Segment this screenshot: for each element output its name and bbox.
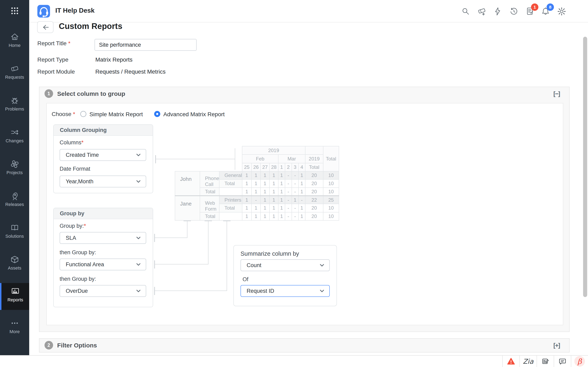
sidebar-item-home[interactable]: Home <box>0 29 29 55</box>
value-cell: 1 <box>251 171 260 179</box>
footer-bar: Ziaβ <box>0 355 588 367</box>
grand-total-header: Total <box>323 146 339 171</box>
notifications-icon[interactable]: 8 <box>541 7 550 16</box>
sidebar-item-projects[interactable]: Projects <box>0 156 29 183</box>
report-title-label: Report Title * <box>37 40 70 47</box>
group-by-dropdown[interactable]: SLA <box>60 232 146 244</box>
sidebar-item-solutions[interactable]: Solutions <box>0 219 29 246</box>
connector-line <box>154 287 155 295</box>
connector-line <box>155 291 227 291</box>
home-icon <box>10 32 19 42</box>
connector-line <box>154 260 155 268</box>
value-cell: 1 <box>278 179 285 188</box>
column-grouping-title: Column Grouping <box>54 125 153 136</box>
table-row: JohnPhone CallGeneral11111--12010 <box>175 171 339 179</box>
then-group-by-dropdown-2[interactable]: OverDue <box>60 285 146 297</box>
value-cell: - <box>298 196 305 204</box>
report-type-value: Matrix Reports <box>95 57 132 63</box>
back-button[interactable] <box>37 21 53 33</box>
grand-total-cell: 25 <box>323 196 339 204</box>
alert-icon[interactable] <box>502 356 519 367</box>
choose-label: Choose * <box>52 111 75 117</box>
quick-actions-icon[interactable] <box>493 7 502 16</box>
value-cell: - <box>285 179 292 188</box>
report-title-input[interactable] <box>95 39 197 51</box>
year-total-header: 2019 <box>305 155 323 163</box>
value-cell: 1 <box>260 179 269 188</box>
value-cell: 1 <box>251 188 260 196</box>
columns-dropdown[interactable]: Created Time <box>60 149 146 161</box>
value-cell: - <box>285 171 292 179</box>
section1-title: Select column to group <box>57 90 125 97</box>
sidebar-item-changes[interactable]: Changes <box>0 124 29 151</box>
value-cell: 1 <box>298 171 305 179</box>
chat-icon[interactable] <box>554 356 571 367</box>
of-label: Of <box>242 276 249 283</box>
app-logo-headset-icon[interactable] <box>37 5 50 17</box>
sidebar-item-reports[interactable]: Reports <box>0 283 29 310</box>
table-cell <box>175 155 242 163</box>
radio-advanced-matrix-report[interactable] <box>154 111 160 117</box>
table-cell <box>175 163 242 171</box>
value-cell: 1 <box>269 212 278 220</box>
value-cell: 1 <box>251 179 260 188</box>
then-group-by-dropdown-1[interactable]: Functional Area <box>60 259 146 270</box>
summarize-of-dropdown[interactable]: Request ID <box>241 285 330 297</box>
connector-line <box>155 264 208 264</box>
chevron-down-icon <box>136 262 141 267</box>
value-cell: 1 <box>298 179 305 188</box>
report-module-label: Report Module <box>37 68 75 75</box>
year-total-sub-header: Total <box>305 163 323 171</box>
value-cell: - <box>285 196 292 204</box>
section1-number-badge: 1 <box>44 89 53 98</box>
history-icon[interactable] <box>509 7 519 16</box>
reports-icon <box>11 287 20 296</box>
search-icon[interactable] <box>461 7 470 16</box>
feedback-icon[interactable] <box>536 356 554 367</box>
settings-icon[interactable] <box>557 7 566 16</box>
vertical-scrollbar[interactable] <box>583 37 587 297</box>
value-cell: 1 <box>251 212 260 220</box>
year-total-cell: 20 <box>305 188 323 196</box>
radio-advanced-label[interactable]: Advanced Matrix Report <box>163 111 225 118</box>
grand-total-cell: 10 <box>323 171 339 179</box>
section2-expand-icon[interactable]: [+] <box>553 342 560 349</box>
row-label-cell: Total <box>219 179 242 188</box>
chevron-down-icon <box>136 235 141 241</box>
radio-simple-label[interactable]: Simple Matrix Report <box>89 111 143 118</box>
sidebar-item-more[interactable]: More <box>0 315 29 342</box>
then-group-by-label-1: then Group by: <box>60 249 96 256</box>
zia-icon[interactable]: Zia <box>519 356 536 367</box>
sidebar-item-releases[interactable]: Releases <box>0 188 29 215</box>
apps-grid-icon[interactable] <box>10 6 19 16</box>
sidebar-item-assets[interactable]: Assets <box>0 251 29 278</box>
changes-icon <box>10 128 19 137</box>
table-cell <box>305 146 323 155</box>
problems-icon <box>10 96 19 105</box>
date-header: 2 <box>285 163 292 171</box>
empty-cell <box>219 212 242 220</box>
sidebar-item-requests[interactable]: Requests <box>0 60 29 87</box>
group-total-label-cell: Total <box>200 212 219 220</box>
radio-simple-matrix-report[interactable] <box>80 111 86 117</box>
sidebar-item-label: Releases <box>0 202 29 207</box>
back-arrow-icon <box>41 23 49 31</box>
section1-collapse-icon[interactable]: [−] <box>553 90 560 97</box>
grand-total-cell: 10 <box>323 204 339 212</box>
tasks-icon[interactable]: 1 <box>525 7 535 16</box>
sidebar-item-label: Requests <box>0 75 29 80</box>
topbar: IT Help Desk 18 <box>29 0 588 22</box>
connector-line <box>154 234 155 242</box>
connector-line <box>187 221 187 238</box>
sidebar-item-problems[interactable]: Problems <box>0 92 29 119</box>
value-cell: 1 <box>260 204 269 212</box>
date-format-dropdown[interactable]: Year,Month <box>60 175 146 187</box>
value-cell: - <box>292 204 298 212</box>
beta-icon[interactable]: β <box>571 356 588 367</box>
date-header: 1 <box>278 163 285 171</box>
value-cell: - <box>285 212 292 220</box>
summarize-by-dropdown[interactable]: Count <box>241 259 330 271</box>
value-cell: 1 <box>269 204 278 212</box>
value-cell: 1 <box>260 171 269 179</box>
add-ticket-icon[interactable] <box>477 7 486 16</box>
